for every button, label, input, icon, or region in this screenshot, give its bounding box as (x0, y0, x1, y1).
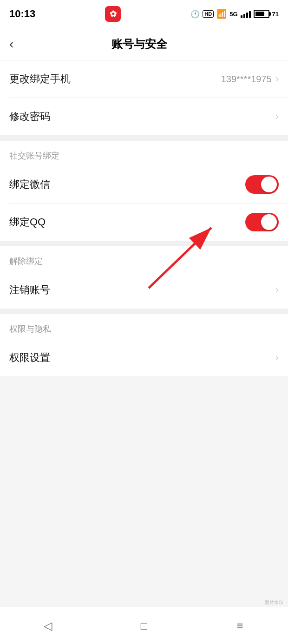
menu-nav-icon: ≡ (237, 619, 243, 632)
cancel-account-label: 注销账号 (9, 283, 50, 297)
wifi-icon: 📶 (216, 9, 227, 19)
unbind-section: 解除绑定 注销账号 › (0, 246, 288, 309)
home-nav-button[interactable]: □ (130, 617, 158, 635)
watermark: 图片水印 (265, 599, 283, 606)
battery-icon (254, 10, 269, 18)
alarm-icon: 🕐 (190, 10, 200, 19)
toggle-knob (261, 214, 277, 230)
privacy-section-label: 权限与隐私 (0, 314, 288, 339)
menu-nav-button[interactable]: ≡ (226, 617, 254, 635)
back-nav-icon: ◁ (44, 619, 52, 632)
cancel-account-item[interactable]: 注销账号 › (0, 271, 288, 309)
change-password-right: › (275, 111, 279, 123)
social-section-label: 社交账号绑定 (0, 141, 288, 166)
change-phone-item[interactable]: 更改绑定手机 139****1975 › (0, 60, 288, 98)
section-divider (0, 135, 288, 141)
chevron-icon: › (275, 352, 279, 364)
toggle-knob (261, 177, 277, 192)
change-password-item[interactable]: 修改密码 › (0, 98, 288, 135)
status-bar: 10:13 ✿ 🕐 HD 📶 5G 71 (0, 0, 288, 28)
privacy-section: 权限与隐私 权限设置 › (0, 314, 288, 376)
chevron-icon: › (275, 111, 279, 123)
chevron-icon: › (275, 73, 279, 85)
status-right: 🕐 HD 📶 5G 71 (190, 9, 279, 19)
network-badge: 5G (229, 11, 237, 18)
page-title: 账号与安全 (18, 37, 260, 52)
account-section: 更改绑定手机 139****1975 › 修改密码 › (0, 60, 288, 135)
back-nav-button[interactable]: ◁ (34, 617, 62, 635)
chevron-icon: › (275, 284, 279, 296)
app-icon: ✿ (105, 6, 121, 22)
change-phone-label: 更改绑定手机 (9, 72, 71, 86)
unbind-section-label: 解除绑定 (0, 246, 288, 271)
wechat-toggle[interactable] (245, 175, 279, 194)
home-nav-icon: □ (141, 619, 148, 632)
status-app-icon: ✿ (105, 6, 121, 22)
status-time: 10:13 (9, 8, 35, 20)
qq-toggle[interactable] (245, 213, 279, 231)
permissions-item[interactable]: 权限设置 › (0, 339, 288, 376)
hd-badge: HD (203, 10, 214, 18)
bottom-nav-bar: ◁ □ ≡ (0, 607, 288, 644)
bind-wechat-label: 绑定微信 (9, 177, 50, 191)
change-phone-right: 139****1975 › (221, 73, 279, 85)
social-section: 社交账号绑定 绑定微信 绑定QQ (0, 141, 288, 241)
bind-qq-item[interactable]: 绑定QQ (0, 204, 288, 241)
battery-level: 71 (272, 11, 279, 18)
cancel-account-right: › (275, 284, 279, 296)
change-password-label: 修改密码 (9, 110, 50, 124)
bind-wechat-item[interactable]: 绑定微信 (0, 166, 288, 203)
nav-bar: ‹ 账号与安全 (0, 28, 288, 60)
permissions-label: 权限设置 (9, 351, 50, 365)
signal-icon (241, 10, 251, 18)
section-divider (0, 241, 288, 246)
section-divider (0, 309, 288, 314)
permissions-right: › (275, 352, 279, 364)
bind-qq-label: 绑定QQ (9, 215, 46, 229)
back-button[interactable]: ‹ (5, 32, 18, 56)
phone-value: 139****1975 (221, 74, 272, 85)
